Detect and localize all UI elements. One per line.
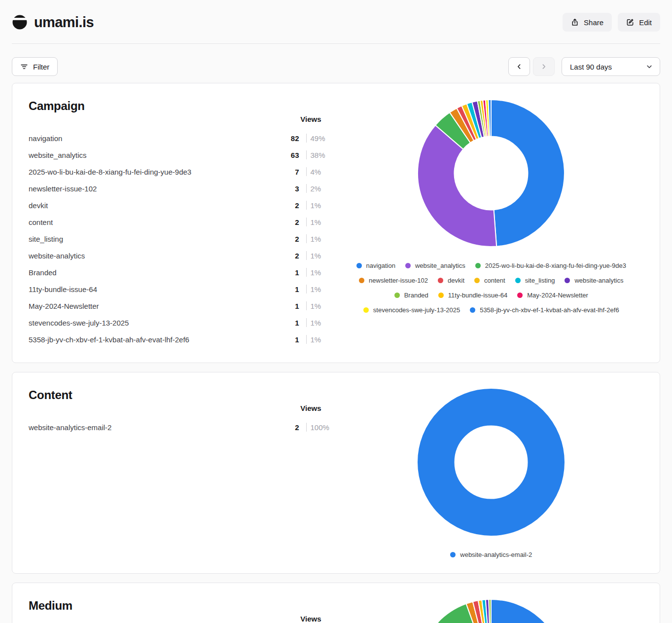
legend-item[interactable]: website-analytics-email-2 xyxy=(450,551,532,558)
chevron-left-icon xyxy=(516,63,523,70)
row-views-value: 2 xyxy=(272,235,299,243)
table-row: website_analytics6338% xyxy=(29,147,333,163)
edit-button[interactable]: Edit xyxy=(618,13,660,32)
share-button[interactable]: Share xyxy=(563,13,612,32)
table-row: 5358-jb-yv-ch-xbv-ef-1-kvbat-ah-afv-evat… xyxy=(29,331,333,348)
row-percent: 4% xyxy=(311,168,333,176)
legend-item[interactable]: website-analytics xyxy=(565,277,623,284)
report-table: Campaign Views navigation8249%website_an… xyxy=(29,99,333,348)
legend-label: May-2024-Newsletter xyxy=(527,292,588,299)
row-percent: 49% xyxy=(311,134,333,143)
legend-item[interactable]: newsletter-issue-102 xyxy=(359,277,428,284)
header-divider xyxy=(12,43,660,44)
row-percent: 1% xyxy=(311,218,333,226)
row-label: 11ty-bundle-issue-64 xyxy=(29,285,272,293)
report-chart-area: navigationwebsite_analytics2025-wo-li-bu… xyxy=(339,99,644,348)
row-label: 5358-jb-yv-ch-xbv-ef-1-kvbat-ah-afv-evat… xyxy=(29,335,272,344)
row-views-value: 7 xyxy=(272,168,299,176)
chevron-right-icon xyxy=(540,63,547,70)
legend-label: 11ty-bundle-issue-64 xyxy=(448,292,507,299)
card-campaign: Campaign Views navigation8249%website_an… xyxy=(12,83,660,363)
row-percent: 1% xyxy=(311,335,333,344)
row-views-value: 2 xyxy=(272,252,299,260)
legend-item[interactable]: Branded xyxy=(394,292,428,299)
legend-color-dot xyxy=(438,293,444,298)
next-period-button[interactable] xyxy=(533,57,555,76)
row-percent: 1% xyxy=(311,319,333,327)
share-button-label: Share xyxy=(584,18,603,27)
row-label: devkit xyxy=(29,201,272,210)
row-label: website-analytics-email-2 xyxy=(29,423,272,432)
legend-label: stevencodes-swe-july-13-2025 xyxy=(373,306,460,314)
row-label: stevencodes-swe-july-13-2025 xyxy=(29,319,272,327)
legend-item[interactable]: May-2024-Newsletter xyxy=(517,292,588,299)
row-percent: 1% xyxy=(311,285,333,293)
legend-item[interactable]: content xyxy=(474,277,505,284)
table-header: Views xyxy=(29,115,333,126)
filter-button[interactable]: Filter xyxy=(12,57,58,76)
row-divider xyxy=(306,423,307,432)
legend-item[interactable]: navigation xyxy=(356,262,395,269)
row-label: site_listing xyxy=(29,235,272,243)
row-divider xyxy=(306,285,307,293)
table-row: content21% xyxy=(29,214,333,230)
report-table: Medium Views xyxy=(29,599,333,623)
legend-item[interactable]: 5358-jb-yv-ch-xbv-ef-1-kvbat-ah-afv-evat… xyxy=(470,306,619,314)
legend-color-dot xyxy=(470,307,475,313)
row-percent: 38% xyxy=(311,151,333,159)
row-views-value: 1 xyxy=(272,302,299,310)
row-divider xyxy=(306,234,307,243)
row-divider xyxy=(306,318,307,327)
legend-item[interactable]: website_analytics xyxy=(405,262,465,269)
donut-chart xyxy=(417,599,565,623)
row-divider xyxy=(306,201,307,210)
row-views-value: 1 xyxy=(272,335,299,344)
chevron-down-icon xyxy=(646,63,653,70)
row-divider xyxy=(306,268,307,277)
previous-period-button[interactable] xyxy=(508,57,530,76)
chart-legend: website-analytics-email-2 xyxy=(445,551,537,558)
legend-color-dot xyxy=(405,263,411,268)
table-rows: navigation8249%website_analytics6338%202… xyxy=(29,130,333,348)
legend-label: 5358-jb-yv-ch-xbv-ef-1-kvbat-ah-afv-evat… xyxy=(480,306,619,314)
legend-color-dot xyxy=(363,307,369,313)
legend-item[interactable]: stevencodes-swe-july-13-2025 xyxy=(363,306,460,314)
legend-color-dot xyxy=(438,278,443,283)
page-title: umami.is xyxy=(34,14,94,31)
section-title: Medium xyxy=(29,599,333,613)
legend-label: website-analytics-email-2 xyxy=(460,551,532,558)
donut-slice xyxy=(489,599,492,623)
report-table: Content Views website-analytics-email-22… xyxy=(29,388,333,558)
card-medium: Medium Views xyxy=(12,583,660,623)
legend-label: devkit xyxy=(448,277,464,284)
table-row: 11ty-bundle-issue-6411% xyxy=(29,281,333,297)
table-header: Views xyxy=(29,404,333,415)
legend-color-dot xyxy=(394,293,400,298)
table-row: site_listing21% xyxy=(29,230,333,247)
share-icon xyxy=(571,18,579,26)
row-views-value: 82 xyxy=(272,134,299,143)
row-views-value: 2 xyxy=(272,201,299,210)
legend-item[interactable]: devkit xyxy=(438,277,464,284)
legend-color-dot xyxy=(517,293,523,298)
row-views-value: 1 xyxy=(272,268,299,277)
table-row: Branded11% xyxy=(29,264,333,281)
legend-label: Branded xyxy=(404,292,428,299)
legend-color-dot xyxy=(565,278,570,283)
row-percent: 1% xyxy=(311,235,333,243)
donut-slice xyxy=(491,599,565,623)
row-percent: 2% xyxy=(311,184,333,193)
row-percent: 1% xyxy=(311,252,333,260)
views-column-header: Views xyxy=(289,404,333,415)
row-divider xyxy=(306,184,307,193)
date-range-select[interactable]: Last 90 days xyxy=(562,57,660,76)
row-percent: 1% xyxy=(311,201,333,210)
legend-label: navigation xyxy=(366,262,395,269)
table-row: stevencodes-swe-july-13-202511% xyxy=(29,314,333,331)
legend-item[interactable]: 2025-wo-li-bu-kai-de-8-xiang-fu-fei-ding… xyxy=(475,262,626,269)
legend-label: website-analytics xyxy=(574,277,623,284)
legend-item[interactable]: site_listing xyxy=(515,277,555,284)
legend-item[interactable]: 11ty-bundle-issue-64 xyxy=(438,292,507,299)
table-row: navigation8249% xyxy=(29,130,333,147)
row-label: navigation xyxy=(29,134,272,143)
